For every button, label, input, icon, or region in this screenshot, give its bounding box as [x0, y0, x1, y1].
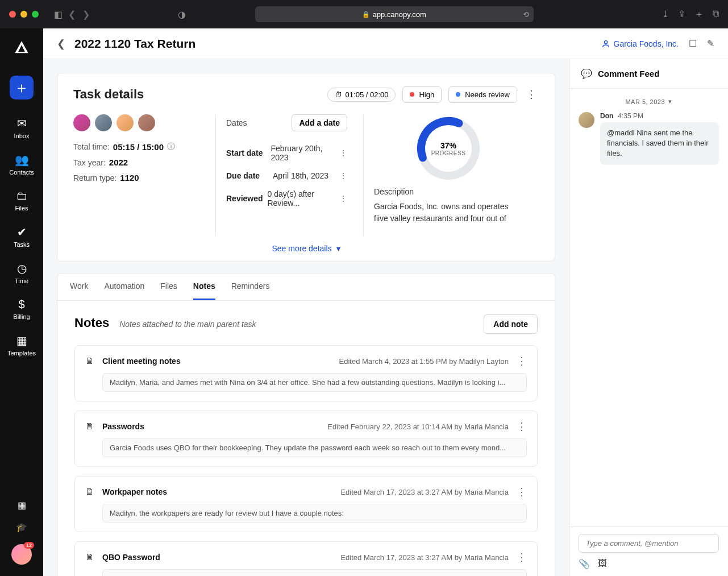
comment-feed-icon: 💬: [581, 68, 592, 79]
user-icon: [601, 39, 610, 48]
tabs-row: Work Automation Files Notes Reminders: [57, 274, 555, 301]
shield-icon[interactable]: ◑: [176, 9, 188, 20]
date-more-button[interactable]: ⋮: [339, 148, 347, 158]
note-icon: 🗎: [85, 421, 94, 432]
lock-icon: 🔒: [362, 11, 370, 18]
avatar[interactable]: [579, 112, 594, 128]
client-link[interactable]: Garcia Foods, Inc.: [601, 39, 679, 48]
notes-subtitle: Notes attached to the main parent task: [119, 320, 256, 329]
note-more-button[interactable]: ⋮: [517, 420, 527, 433]
stopwatch-icon: ⏱: [335, 90, 342, 99]
tab-files[interactable]: Files: [160, 274, 177, 300]
image-icon[interactable]: 🖼: [598, 558, 607, 569]
date-more-button[interactable]: ⋮: [339, 171, 347, 180]
tab-work[interactable]: Work: [70, 274, 88, 300]
archive-icon[interactable]: ☐: [689, 38, 697, 49]
tab-notes[interactable]: Notes: [193, 274, 215, 300]
comment-time: 4:35 PM: [618, 112, 643, 120]
new-tab-icon[interactable]: ＋: [694, 9, 704, 20]
date-row: Due dateApril 18th, 2023⋮: [226, 167, 347, 185]
note-item[interactable]: 🗎 Workpaper notesEdited March 17, 2023 a…: [74, 476, 538, 532]
sidebar-item-templates[interactable]: ▦Templates: [0, 328, 43, 362]
avatar[interactable]: [117, 114, 134, 131]
education-icon[interactable]: 🎓: [16, 522, 27, 533]
user-avatar[interactable]: 12: [11, 544, 32, 565]
progress-label: PROGRESS: [431, 150, 466, 156]
inbox-icon: ✉: [17, 117, 27, 130]
progress-ring: 37% PROGRESS: [414, 114, 482, 183]
sidebar-toggle-icon[interactable]: ◧: [52, 9, 64, 20]
date-row: Reviewed0 day(s) after Review...⋮: [226, 185, 347, 212]
timer-chip[interactable]: ⏱ 01:05 / 02:00: [327, 88, 396, 102]
description-label: Description: [374, 187, 414, 196]
tab-reminders[interactable]: Reminders: [231, 274, 270, 300]
avatar[interactable]: [95, 114, 112, 131]
comment-item: Don 4:35 PM @maddi Nina sent me the fina…: [579, 112, 719, 165]
tab-automation[interactable]: Automation: [104, 274, 144, 300]
priority-dot-icon: [410, 92, 414, 97]
note-more-button[interactable]: ⋮: [517, 486, 527, 498]
note-item[interactable]: 🗎 PasswordsEdited February 22, 2023 at 1…: [74, 411, 538, 467]
avatar[interactable]: [138, 114, 155, 131]
back-button[interactable]: ❮: [57, 38, 65, 50]
note-preview: Garcia Foods uses QBO for their bookkeep…: [102, 438, 527, 457]
sidebar-item-time[interactable]: ◷Time: [0, 256, 43, 290]
close-window[interactable]: [9, 11, 16, 18]
reload-icon[interactable]: ⟲: [523, 10, 529, 19]
share-icon[interactable]: ⇪: [678, 9, 685, 20]
see-more-button[interactable]: See more details ▾: [73, 236, 539, 261]
date-row: Start dateFebruary 20th, 2023⋮: [226, 139, 347, 167]
note-preview: Garcia Foods uses QBO for bookkeeping. T…: [102, 569, 527, 576]
maximize-window[interactable]: [32, 11, 39, 18]
notification-badge: 12: [24, 542, 34, 549]
svg-point-0: [604, 40, 607, 43]
status-pill[interactable]: Needs review: [448, 86, 517, 103]
note-preview: Madilyn, the workpapers are ready for re…: [102, 504, 527, 523]
progress-percent: 37%: [431, 141, 466, 150]
add-note-button[interactable]: Add note: [484, 314, 538, 334]
add-date-button[interactable]: Add a date: [292, 114, 347, 131]
url-bar[interactable]: 🔒 app.canopy.com ⟲: [255, 6, 534, 22]
status-dot-icon: [456, 92, 460, 97]
page-header: ❮ 2022 1120 Tax Return Garcia Foods, Inc…: [43, 28, 728, 59]
comment-input[interactable]: [579, 534, 719, 553]
nav-forward-icon[interactable]: ❯: [82, 9, 90, 20]
description-text: Garcia Foods, Inc. owns and operates fii…: [374, 201, 523, 225]
app-logo-icon[interactable]: [14, 40, 30, 60]
comment-text: @maddi Nina sent me the financials. I sa…: [600, 122, 719, 165]
avatar[interactable]: [73, 114, 90, 131]
note-more-button[interactable]: ⋮: [517, 551, 527, 563]
task-details-card: Task details ⏱ 01:05 / 02:00 High: [57, 73, 555, 262]
chevron-down-icon: ▾: [336, 244, 340, 253]
calendar-icon[interactable]: ▦: [18, 500, 26, 511]
contacts-icon: 👥: [15, 153, 29, 167]
traffic-lights: [9, 11, 39, 18]
info-icon[interactable]: ⓘ: [167, 142, 175, 152]
check-circle-icon: ✔: [17, 225, 27, 239]
templates-icon: ▦: [16, 334, 27, 347]
task-details-title: Task details: [73, 87, 144, 102]
sidebar-item-files[interactable]: 🗀Files: [0, 184, 43, 217]
browser-chrome: ◧ ❮ ❯ ◑ 🔒 app.canopy.com ⟲ ⤓ ⇪ ＋ ⧉: [0, 0, 728, 28]
sidebar-item-inbox[interactable]: ✉Inbox: [0, 111, 43, 145]
note-more-button[interactable]: ⋮: [517, 355, 527, 367]
dates-label: Dates: [226, 118, 247, 127]
attach-icon[interactable]: 📎: [579, 558, 590, 569]
sidebar-item-billing[interactable]: $Billing: [0, 292, 43, 326]
return-type-row: Return type: 1120: [73, 173, 199, 183]
sidebar-item-contacts[interactable]: 👥Contacts: [0, 147, 43, 181]
folder-icon: 🗀: [16, 189, 27, 202]
sidebar-item-tasks[interactable]: ✔Tasks: [0, 219, 43, 254]
note-item[interactable]: 🗎 QBO PasswordEdited March 17, 2023 at 3…: [74, 541, 538, 576]
comment-date-header[interactable]: MAR 5, 2023 ▾: [579, 98, 719, 105]
task-more-button[interactable]: ⋮: [524, 86, 539, 103]
date-more-button[interactable]: ⋮: [339, 194, 347, 203]
note-item[interactable]: 🗎 Client meeting notesEdited March 4, 20…: [74, 345, 538, 401]
add-button[interactable]: ＋: [10, 76, 34, 100]
minimize-window[interactable]: [20, 11, 27, 18]
priority-pill[interactable]: High: [402, 86, 442, 103]
tabs-overview-icon[interactable]: ⧉: [713, 9, 719, 20]
nav-back-icon[interactable]: ❮: [68, 9, 76, 20]
edit-icon[interactable]: ✎: [707, 38, 714, 49]
download-icon[interactable]: ⤓: [662, 9, 669, 20]
